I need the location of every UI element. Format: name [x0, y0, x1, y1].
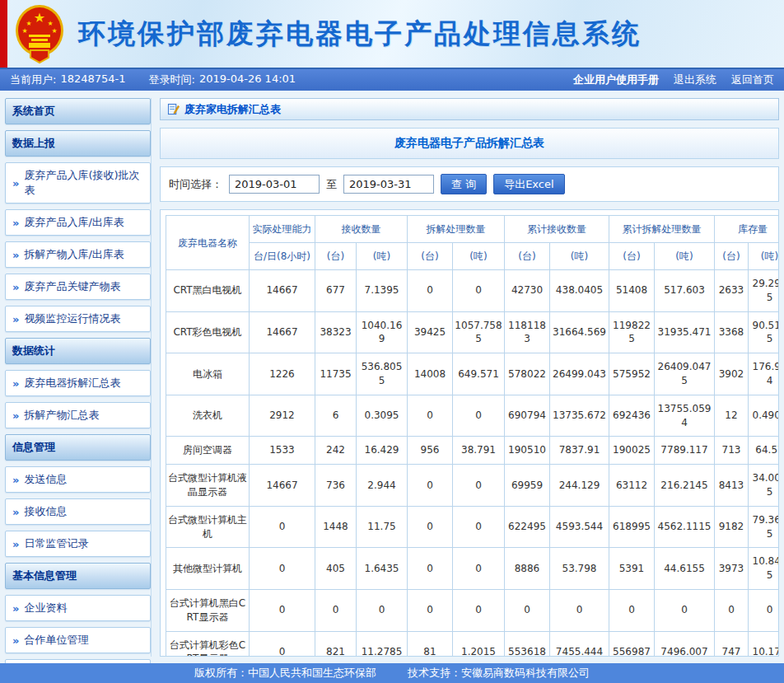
stock-dun-cell: 10.176 [749, 631, 780, 657]
sidebar-item[interactable]: » 系统首页 [5, 98, 151, 124]
capacity-cell: 0 [250, 506, 315, 548]
sidebar-item[interactable]: » 废弃产品入库/出库表 [5, 209, 151, 236]
cum-received-dun-cell: 0 [550, 589, 609, 631]
dismantled-dun-cell: 0 [453, 589, 505, 631]
unit-header-dun: (吨) [453, 243, 505, 270]
received-tai-cell: 38323 [315, 311, 357, 353]
summary-table-box: 废弃电器名称 实际处理能力 接收数量 拆解处理数量 累计接收数量 累计拆解处理数… [160, 209, 779, 657]
stock-tai-cell: 747 [715, 631, 749, 657]
cum-dismantled-tai-cell: 0 [609, 589, 655, 631]
cum-dismantled-tai-cell: 190025 [609, 437, 655, 465]
received-dun-cell: 1.6435 [357, 548, 408, 590]
stock-dun-cell: 34.0045 [749, 465, 780, 507]
date-to-input[interactable] [343, 175, 434, 194]
chevron-right-icon: » [12, 634, 19, 647]
cum-received-tai-cell: 578022 [505, 353, 550, 395]
col-group-dismantled: 拆解处理数量 [408, 216, 505, 243]
cum-received-tai-cell: 553618 [505, 631, 550, 657]
sidebar-item[interactable]: » 信息管理 [5, 434, 151, 461]
sidebar-item-label: 企业资料 [24, 601, 67, 615]
page: ★ ★ ★ ★ ★ 环境保护部废弃电器电子产品处理信息系统 当前用户: 1824… [0, 0, 784, 683]
sidebar-item[interactable]: » 企业资料 [5, 595, 151, 621]
dismantled-tai-cell: 0 [408, 548, 453, 590]
userbar-link[interactable]: 返回首页 [731, 73, 774, 87]
unit-header-dun: (吨) [655, 243, 715, 270]
received-dun-cell: 1040.169 [357, 311, 408, 353]
unit-header-tai: (台) [609, 243, 655, 270]
cum-received-tai-cell: 42730 [505, 270, 550, 312]
sidebar: » 系统首页 » 数据上报 » 废弃产品入库(接收)批次表 » 废弃产品入库/出… [2, 98, 152, 657]
cum-dismantled-dun-cell: 31935.471 [655, 311, 715, 353]
userbar-link[interactable]: 企业用户使用手册 [573, 73, 659, 87]
stock-tai-cell: 3902 [715, 353, 749, 395]
svg-text:★: ★ [34, 10, 45, 26]
sidebar-item-label: 废弃产品入库/出库表 [24, 215, 124, 230]
sidebar-item-label: 基本信息管理 [12, 568, 77, 583]
stock-dun-cell: 64.57 [749, 437, 780, 465]
sidebar-item-label: 发送信息 [24, 472, 67, 487]
userbar-link[interactable]: 退出系统 [674, 73, 716, 87]
received-tai-cell: 677 [315, 270, 357, 312]
col-group-stock: 库存量 [715, 216, 780, 243]
sidebar-item[interactable]: » 废弃产品入库(接收)批次表 [5, 162, 151, 203]
sidebar-item[interactable]: » 数据统计 [5, 338, 151, 364]
dismantled-dun-cell: 649.571 [453, 353, 505, 395]
cum-received-tai-cell: 690794 [505, 395, 550, 437]
sidebar-item-label: 视频监控运行情况表 [24, 311, 120, 326]
capacity-cell: 0 [250, 548, 315, 590]
export-excel-button[interactable]: 导出Excel [493, 174, 564, 194]
cum-dismantled-tai-cell: 556987 [609, 631, 655, 657]
chevron-right-icon: » [12, 506, 19, 518]
table-title-bar: 废弃电器电子产品拆解汇总表 [160, 128, 779, 159]
dismantled-tai-cell: 0 [408, 465, 453, 507]
received-dun-cell: 7.1395 [357, 270, 408, 312]
table-row: 房间空调器 1533 242 16.429 956 38.791 190510 … [166, 437, 780, 465]
cum-received-tai-cell: 190510 [505, 437, 550, 465]
capacity-cell: 2912 [250, 395, 315, 437]
cum-dismantled-dun-cell: 7496.007 [655, 631, 715, 657]
sidebar-item[interactable]: » 基本信息管理 [5, 563, 151, 589]
cum-dismantled-tai-cell: 63112 [609, 465, 655, 507]
user-bar: 当前用户: 18248754-1 登录时间: 2019-04-26 14:01 … [0, 69, 784, 91]
sidebar-item[interactable]: » 视频监控运行情况表 [5, 306, 151, 332]
dismantled-tai-cell: 81 [408, 631, 453, 657]
cum-received-dun-cell: 7455.444 [550, 631, 609, 657]
sidebar-item[interactable]: » 废弃产品关键产物表 [5, 274, 151, 300]
site-banner: ★ ★ ★ ★ ★ 环境保护部废弃电器电子产品处理信息系统 [0, 0, 784, 69]
received-tai-cell: 11735 [315, 353, 357, 395]
chevron-right-icon: » [12, 602, 19, 615]
col-group-received: 接收数量 [315, 216, 408, 243]
sidebar-item[interactable]: » 合作单位管理 [5, 627, 151, 653]
sidebar-item[interactable]: » 数据上报 [5, 130, 151, 157]
stock-tai-cell: 3368 [715, 311, 749, 353]
stock-tai-cell: 713 [715, 437, 749, 465]
cum-dismantled-dun-cell: 216.2145 [655, 465, 715, 507]
dismantled-dun-cell: 1057.7585 [453, 311, 505, 353]
sidebar-item-label: 数据统计 [12, 344, 55, 358]
cum-dismantled-tai-cell: 51408 [609, 270, 655, 312]
sidebar-item[interactable]: » 拆解产物入库/出库表 [5, 241, 151, 268]
cum-dismantled-tai-cell: 5391 [609, 548, 655, 590]
received-tai-cell: 1448 [315, 506, 357, 548]
sidebar-item[interactable]: » 发送信息 [5, 466, 151, 493]
search-button[interactable]: 查 询 [441, 174, 487, 194]
date-from-input[interactable] [229, 175, 320, 194]
col-header-capacity: 实际处理能力 [250, 216, 315, 243]
unit-header-dun: (吨) [357, 243, 408, 270]
sidebar-item[interactable]: » 日常监管记录 [5, 531, 151, 557]
dismantled-tai-cell: 0 [408, 395, 453, 437]
capacity-unit-header: 台/日(8小时) [250, 243, 315, 270]
svg-text:★: ★ [26, 20, 31, 27]
sidebar-item[interactable]: » 废弃电器拆解汇总表 [5, 370, 151, 396]
stock-dun-cell: 79.3605 [749, 506, 780, 548]
cum-dismantled-tai-cell: 1198225 [609, 311, 655, 353]
cum-received-tai-cell: 69959 [505, 465, 550, 507]
sidebar-item-label: 废弃产品入库(接收)批次表 [24, 168, 143, 198]
chevron-right-icon: » [12, 474, 19, 486]
sidebar-item[interactable]: » 接收信息 [5, 498, 151, 525]
capacity-cell: 1533 [250, 437, 315, 465]
table-row: 电冰箱 1226 11735 536.8055 14008 649.571 57… [166, 353, 780, 395]
dismantled-dun-cell: 0 [453, 548, 505, 590]
received-dun-cell: 2.944 [357, 465, 408, 507]
sidebar-item[interactable]: » 拆解产物汇总表 [5, 402, 151, 428]
